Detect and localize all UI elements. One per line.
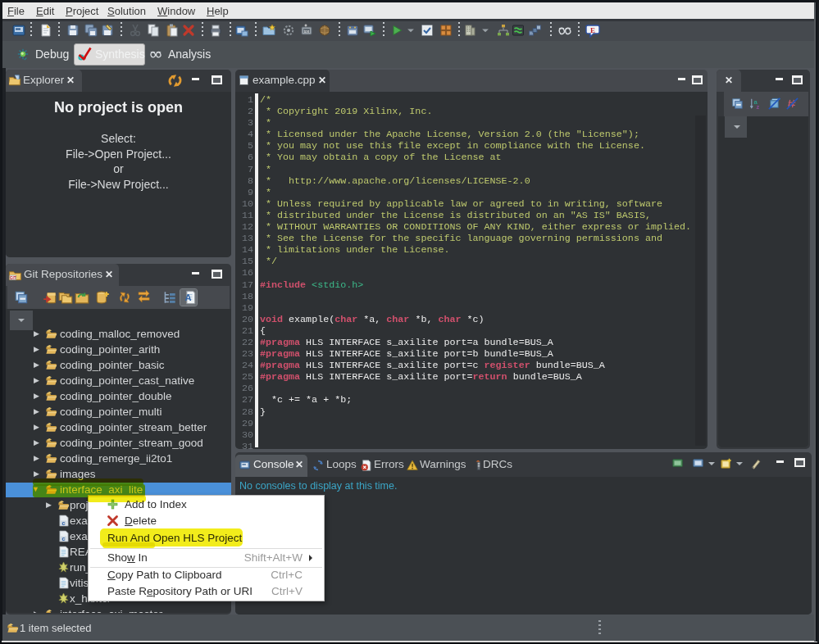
- svg-text:c: c: [62, 536, 66, 542]
- svg-text:c: c: [62, 520, 66, 526]
- svg-text:E: E: [590, 26, 595, 34]
- svg-text:GIT: GIT: [10, 276, 16, 280]
- svg-text:ton: ton: [304, 29, 310, 34]
- svg-text:A: A: [185, 293, 192, 302]
- svg-text:z: z: [756, 103, 759, 111]
